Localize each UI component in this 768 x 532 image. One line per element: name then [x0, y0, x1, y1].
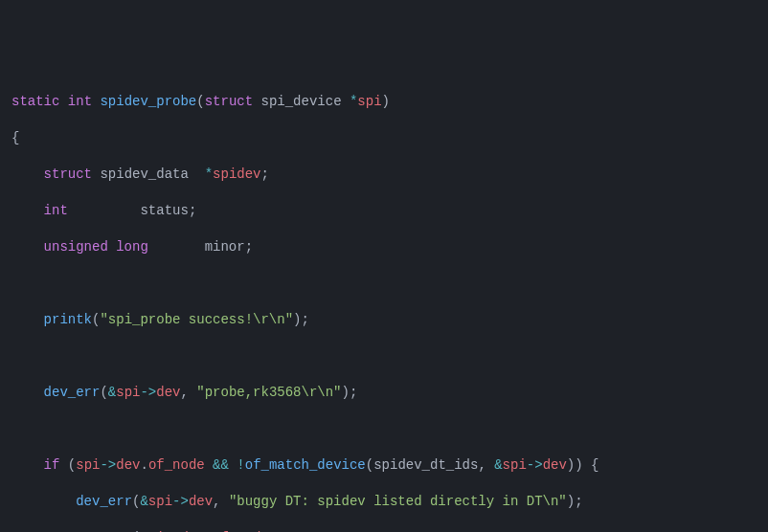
member-dev: dev	[116, 457, 140, 473]
fn-dev-err: dev_err	[44, 385, 101, 400]
string: "probe,rk3568\r\n"	[196, 385, 341, 400]
brace-open: {	[11, 130, 19, 145]
member-of-node: of_node	[148, 457, 205, 473]
code-line: int status;	[11, 202, 768, 220]
keyword-int: int	[68, 94, 92, 109]
fn-of-match-device: of_match_device	[245, 457, 366, 473]
code-line: printk("spi_probe success!\r\n");	[11, 311, 768, 329]
string: "buggy DT: spidev listed directly in DT\…	[229, 494, 567, 509]
code-line: struct spidev_data *spidev;	[11, 166, 768, 184]
code-line	[11, 347, 768, 366]
code-line	[11, 420, 768, 438]
code-line	[11, 275, 768, 293]
operator: &	[108, 385, 116, 400]
code-line: unsigned long minor;	[11, 238, 768, 256]
var-spi: spi	[116, 385, 140, 400]
operator: !	[237, 457, 244, 473]
keyword-int: int	[44, 203, 68, 218]
var-spi: spi	[503, 457, 527, 473]
fn-printk: printk	[44, 312, 92, 327]
operator: &	[140, 494, 147, 509]
code-line: dev_err(&spi->dev, "probe,rk3568\r\n");	[11, 384, 768, 402]
member-dev: dev	[156, 385, 180, 400]
type-name: spidev_data	[100, 166, 188, 182]
member-dev: dev	[189, 494, 213, 509]
code-line: {	[11, 129, 768, 147]
keyword-if: if	[44, 457, 60, 473]
var-ids: spidev_dt_ids	[373, 457, 478, 473]
function-name: spidev_probe	[100, 94, 196, 109]
code-line: dev_err(&spi->dev, "buggy DT: spidev lis…	[11, 493, 768, 511]
keyword-struct: struct	[44, 166, 92, 182]
code-line: static int spidev_probe(struct spi_devic…	[11, 93, 768, 111]
type-name: spi_device	[261, 94, 342, 109]
fn-dev-err: dev_err	[76, 494, 132, 509]
keyword-struct: struct	[205, 94, 253, 109]
code-line: if (spi->dev.of_node && !of_match_device…	[11, 456, 768, 475]
code-editor[interactable]: static int spidev_probe(struct spi_devic…	[11, 75, 768, 532]
var-spi: spi	[148, 494, 172, 509]
operator: *	[205, 166, 213, 182]
var-spi: spi	[76, 457, 100, 473]
var-minor: minor	[205, 239, 245, 255]
param-spi: spi	[357, 94, 381, 109]
var-spidev: spidev	[213, 166, 260, 182]
member-dev: dev	[543, 457, 567, 473]
keyword-static: static	[11, 94, 59, 109]
operator: &	[494, 457, 502, 473]
string: "spi_probe success!\r\n"	[100, 312, 293, 327]
keyword-unsigned-long: unsigned long	[44, 239, 148, 255]
var-status: status	[140, 203, 188, 218]
